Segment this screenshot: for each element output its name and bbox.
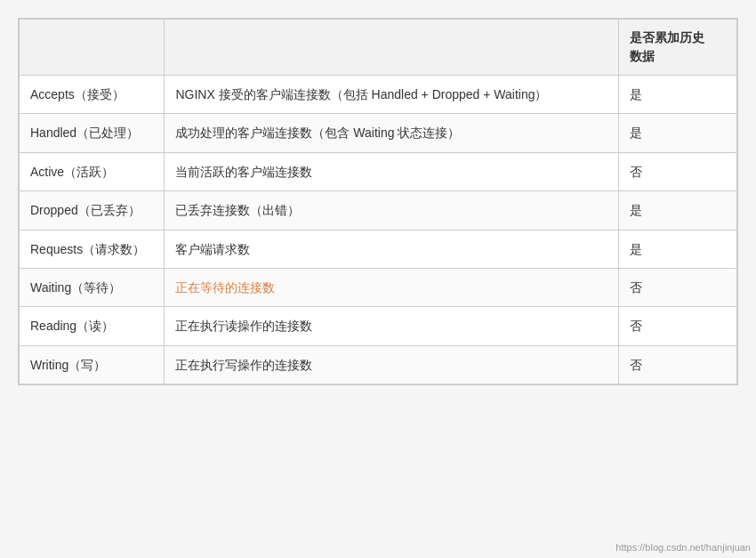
cell-hist: 是 (619, 191, 737, 230)
table-row: Writing（写）正在执行写操作的连接数否 (20, 345, 737, 384)
cell-hist: 否 (619, 268, 737, 306)
cell-hist: 是 (619, 76, 737, 114)
cell-name: Dropped（已丢弃） (20, 191, 165, 230)
cell-desc: 成功处理的客户端连接数（包含 Waiting 状态连接） (165, 114, 619, 152)
header-desc (165, 20, 619, 76)
cell-desc: 正在等待的连接数 (165, 268, 619, 306)
desc-link[interactable]: 正在等待的连接数 (175, 280, 275, 295)
cell-desc: 客户端请求数 (165, 230, 619, 268)
nginx-metrics-table: 是否累加历史数据 Accepts（接受）NGINX 接受的客户端连接数（包括 H… (19, 19, 737, 384)
cell-name: Accepts（接受） (20, 76, 165, 114)
table-row: Requests（请求数）客户端请求数是 (20, 230, 737, 268)
table-header-row: 是否累加历史数据 (20, 20, 737, 76)
table-row: Waiting（等待）正在等待的连接数否 (20, 268, 737, 306)
cell-desc: NGINX 接受的客户端连接数（包括 Handled + Dropped + W… (165, 76, 619, 114)
cell-name: Requests（请求数） (20, 230, 165, 268)
table-row: Handled（已处理）成功处理的客户端连接数（包含 Waiting 状态连接）… (20, 114, 737, 152)
header-name (20, 20, 165, 76)
cell-desc: 已丢弃连接数（出错） (165, 191, 619, 230)
cell-name: Reading（读） (20, 307, 165, 345)
cell-name: Writing（写） (20, 345, 165, 384)
cell-desc: 当前活跃的客户端连接数 (165, 152, 619, 190)
cell-hist: 否 (619, 152, 737, 190)
cell-hist: 否 (619, 345, 737, 384)
cell-desc: 正在执行写操作的连接数 (165, 345, 619, 384)
cell-name: Waiting（等待） (20, 268, 165, 306)
watermark: https://blog.csdn.net/hanjinjuan (615, 542, 751, 553)
cell-hist: 是 (619, 114, 737, 152)
table-row: Active（活跃）当前活跃的客户端连接数否 (20, 152, 737, 190)
cell-hist: 否 (619, 307, 737, 345)
table-row: Accepts（接受）NGINX 接受的客户端连接数（包括 Handled + … (20, 76, 737, 114)
table-row: Reading（读）正在执行读操作的连接数否 (20, 307, 737, 345)
cell-desc: 正在执行读操作的连接数 (165, 307, 619, 345)
cell-name: Active（活跃） (20, 152, 165, 190)
header-hist: 是否累加历史数据 (619, 20, 737, 76)
cell-name: Handled（已处理） (20, 114, 165, 152)
table-row: Dropped（已丢弃）已丢弃连接数（出错）是 (20, 191, 737, 230)
main-table-wrapper: 是否累加历史数据 Accepts（接受）NGINX 接受的客户端连接数（包括 H… (18, 18, 738, 385)
cell-hist: 是 (619, 230, 737, 268)
